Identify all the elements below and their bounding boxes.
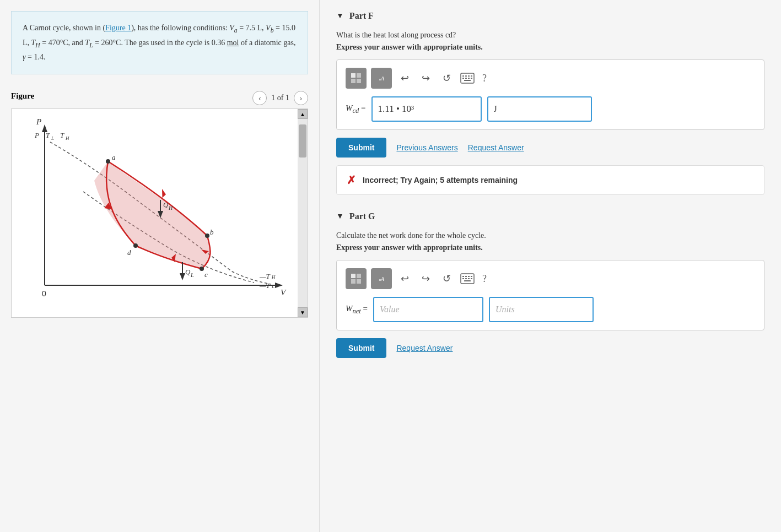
- svg-text:L: L: [190, 272, 194, 278]
- page-indicator: 1 of 1: [271, 94, 289, 102]
- figure-container: P V 0 —T H —T L P T L T H: [11, 108, 308, 318]
- keyboard-btn[interactable]: [459, 70, 476, 86]
- part-f-submit-btn[interactable]: Submit: [336, 138, 386, 158]
- part-f-equation-label: Wcd =: [346, 104, 366, 115]
- part-g-units-input[interactable]: [489, 297, 594, 322]
- figure-nav: Figure ‹ 1 of 1 ›: [11, 91, 308, 105]
- svg-text:—T: —T: [259, 281, 271, 290]
- svg-rect-38: [351, 79, 356, 83]
- svg-text:a: a: [112, 153, 116, 161]
- svg-rect-63: [464, 280, 471, 281]
- part-f-question: What is the heat lost along process cd?: [336, 31, 764, 40]
- part-g-input-row: Wnet =: [346, 297, 755, 322]
- part-g-value-input[interactable]: [373, 297, 483, 322]
- prev-figure-btn[interactable]: ‹: [252, 91, 267, 105]
- svg-rect-59: [462, 278, 464, 279]
- svg-rect-53: [357, 279, 361, 284]
- part-g-request-answer-link[interactable]: Request Answer: [396, 344, 453, 352]
- part-g-submit-row: Submit Request Answer: [336, 338, 764, 358]
- figure-link[interactable]: Figure 1: [105, 24, 131, 32]
- problem-box: A Carnot cycle, shown in (Figure 1), has…: [11, 11, 308, 74]
- svg-rect-60: [465, 278, 467, 279]
- svg-rect-56: [465, 276, 467, 277]
- scroll-thumb[interactable]: [299, 124, 306, 158]
- svg-rect-46: [465, 78, 467, 79]
- part-f-error-box: ✗ Incorrect; Try Again; 5 attempts remai…: [336, 165, 764, 195]
- part-f-title: Part F: [349, 11, 374, 21]
- svg-rect-49: [464, 80, 471, 81]
- svg-point-26: [133, 243, 138, 248]
- part-f-toolbar: ᵤA ↩ ↪ ↺: [346, 68, 755, 89]
- svg-text:d: d: [127, 248, 131, 257]
- svg-rect-52: [351, 279, 356, 284]
- part-g-help-btn[interactable]: ?: [482, 273, 487, 285]
- part-g-redo-btn[interactable]: ↪: [417, 270, 434, 287]
- part-f-units-input[interactable]: [487, 96, 592, 122]
- svg-rect-37: [357, 73, 361, 78]
- svg-marker-3: [275, 283, 283, 288]
- next-figure-btn[interactable]: ›: [294, 91, 308, 105]
- svg-text:—T: —T: [259, 272, 271, 280]
- part-f-section: ▼ Part F What is the heat lost along pro…: [336, 11, 764, 195]
- svg-text:P: P: [34, 131, 39, 139]
- part-g-answer-box: ᵤA ↩ ↪ ↺: [336, 260, 764, 330]
- left-panel: A Carnot cycle, shown in (Figure 1), has…: [0, 0, 320, 532]
- part-g-section: ▼ Part G Calculate the net work done for…: [336, 211, 764, 358]
- scroll-up-arrow[interactable]: ▲: [298, 109, 308, 119]
- redo-btn[interactable]: ↪: [417, 70, 434, 86]
- svg-rect-51: [357, 274, 361, 278]
- help-btn[interactable]: ?: [482, 73, 487, 84]
- unit-btn[interactable]: ᵤA: [371, 68, 392, 89]
- svg-rect-58: [471, 276, 472, 277]
- svg-rect-45: [462, 78, 464, 79]
- part-f-header: ▼ Part F: [336, 11, 764, 21]
- figure-scrollbar[interactable]: ▲ ▼: [298, 109, 308, 317]
- svg-point-24: [200, 267, 204, 271]
- matrix-btn[interactable]: [346, 68, 367, 89]
- svg-rect-50: [351, 274, 356, 278]
- svg-rect-42: [465, 75, 467, 77]
- svg-text:T: T: [60, 131, 64, 139]
- scroll-down-arrow[interactable]: ▼: [298, 307, 308, 317]
- part-g-header: ▼ Part G: [336, 211, 764, 221]
- undo-btn[interactable]: ↩: [396, 70, 413, 86]
- svg-text:L: L: [51, 135, 54, 141]
- svg-rect-62: [471, 278, 472, 279]
- part-g-refresh-btn[interactable]: ↺: [438, 270, 455, 287]
- figure-label: Figure: [11, 91, 34, 101]
- part-f-submit-row: Submit Previous Answers Request Answer: [336, 138, 764, 158]
- part-g-unit-btn[interactable]: ᵤA: [371, 268, 392, 289]
- svg-text:0: 0: [42, 289, 46, 298]
- svg-text:H: H: [271, 274, 276, 280]
- part-g-matrix-btn[interactable]: [346, 268, 367, 289]
- part-g-submit-btn[interactable]: Submit: [336, 338, 386, 358]
- part-f-error-text: Incorrect; Try Again; 5 attempts remaini…: [363, 176, 518, 184]
- part-g-keyboard-btn[interactable]: [459, 270, 476, 287]
- part-f-previous-answers-link[interactable]: Previous Answers: [396, 143, 457, 152]
- svg-rect-44: [471, 75, 472, 77]
- svg-rect-39: [357, 79, 361, 83]
- svg-rect-41: [462, 75, 464, 77]
- part-f-collapse-arrow[interactable]: ▼: [336, 12, 344, 20]
- problem-text: A Carnot cycle, shown in (Figure 1), has…: [23, 24, 295, 61]
- part-g-title: Part G: [349, 211, 375, 221]
- error-icon: ✗: [347, 173, 356, 187]
- part-g-collapse-arrow[interactable]: ▼: [336, 212, 344, 221]
- part-g-toolbar: ᵤA ↩ ↪ ↺: [346, 268, 755, 289]
- right-panel: ▼ Part F What is the heat lost along pro…: [320, 0, 781, 532]
- svg-text:b: b: [210, 228, 214, 236]
- refresh-btn[interactable]: ↺: [438, 70, 455, 86]
- svg-text:P: P: [36, 117, 41, 126]
- part-f-request-answer-link[interactable]: Request Answer: [468, 143, 524, 152]
- svg-text:H: H: [168, 205, 173, 211]
- svg-rect-36: [351, 73, 356, 78]
- svg-rect-57: [468, 276, 470, 277]
- part-f-value-input[interactable]: [371, 96, 482, 122]
- svg-rect-55: [462, 276, 464, 277]
- svg-text:V: V: [281, 288, 287, 297]
- svg-rect-61: [468, 278, 470, 279]
- part-g-equation-label: Wnet =: [346, 304, 368, 316]
- part-g-question: Calculate the net work done for the whol…: [336, 231, 764, 240]
- part-g-undo-btn[interactable]: ↩: [396, 270, 413, 287]
- svg-text:Q: Q: [185, 268, 191, 276]
